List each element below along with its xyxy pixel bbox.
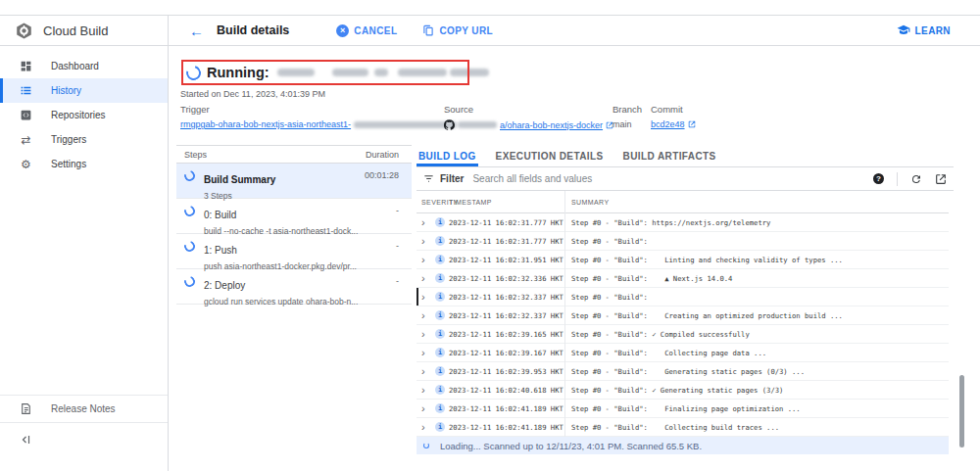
info-icon: i: [435, 422, 445, 432]
collapse-icon: [20, 434, 31, 446]
info-icon: i: [435, 273, 445, 283]
trigger-link[interactable]: rmgpgab-ohara-bob-nextjs-asia-northeast1…: [180, 119, 351, 129]
log-row[interactable]: › i 2023-12-11 16:02:41.189 HKT Step #0 …: [416, 400, 949, 418]
log-panel: BUILD LOGEXECUTION DETAILSBUILD ARTIFACT…: [416, 145, 975, 454]
sidebar-item-dashboard[interactable]: Dashboard: [0, 54, 168, 78]
cloud-build-logo-icon: [15, 22, 33, 40]
sidebar: Dashboard History Repositories ⇄ Trigger…: [0, 46, 169, 471]
log-tabs: BUILD LOGEXECUTION DETAILSBUILD ARTIFACT…: [416, 145, 954, 167]
tab-build-log[interactable]: BUILD LOG: [416, 145, 478, 166]
sidebar-item-repositories[interactable]: Repositories: [0, 103, 168, 127]
steps-header: Steps Duration: [176, 145, 412, 164]
log-row[interactable]: › i 2023-12-11 16:02:39.953 HKT Step #0 …: [416, 362, 949, 381]
log-row[interactable]: › i 2023-12-11 16:02:32.337 HKT Step #0 …: [416, 288, 949, 306]
info-icon: i: [435, 385, 445, 395]
step-row[interactable]: 1: Push push asia-northeast1-docker.pkg.…: [176, 234, 412, 269]
step-row[interactable]: 0: Build build --no-cache -t asia-northe…: [176, 199, 412, 234]
commit-link[interactable]: bcd2e48: [651, 119, 685, 129]
info-icon: i: [435, 348, 445, 357]
chevron-right-icon[interactable]: ›: [421, 383, 425, 397]
build-started-text: Started on Dec 11, 2023, 4:01:39 PM: [180, 89, 325, 99]
info-icon: i: [435, 329, 445, 339]
meta-trigger: Trigger rmgpgab-ohara-bob-nextjs-asia-no…: [180, 104, 457, 129]
product-logo-area: Cloud Build: [0, 16, 169, 45]
info-icon: i: [435, 255, 445, 264]
sidebar-nav: Dashboard History Repositories ⇄ Trigger…: [0, 46, 168, 176]
history-icon: [20, 84, 32, 97]
log-row[interactable]: › i 2023-12-11 16:02:32.336 HKT Step #0 …: [416, 269, 949, 288]
settings-icon: ⚙: [20, 158, 32, 170]
chevron-right-icon[interactable]: ›: [421, 327, 425, 341]
filter-label: Filter: [440, 173, 464, 184]
filter-search-input[interactable]: [472, 173, 708, 184]
learn-button[interactable]: LEARN: [897, 24, 951, 37]
app-header: Cloud Build ← Build details × CANCEL COP…: [0, 15, 980, 46]
chevron-right-icon[interactable]: ›: [421, 346, 425, 359]
triggers-icon: ⇄: [20, 133, 32, 146]
log-row[interactable]: › i 2023-12-11 16:02:31.777 HKT Step #0 …: [416, 232, 949, 251]
log-row[interactable]: › i 2023-12-11 16:02:39.165 HKT Step #0 …: [416, 325, 949, 344]
open-in-new-icon[interactable]: [935, 173, 947, 185]
copy-url-button[interactable]: COPY URL: [422, 24, 493, 36]
open-in-new-icon: [688, 120, 696, 128]
sidebar-item-triggers[interactable]: ⇄ Triggers: [0, 127, 168, 152]
refresh-icon[interactable]: [910, 173, 922, 185]
help-icon[interactable]: ?: [873, 173, 884, 184]
info-icon: i: [435, 292, 445, 302]
dashboard-icon: [20, 60, 32, 72]
redacted-source-owner: [458, 121, 497, 128]
collapse-nav-button[interactable]: [0, 423, 168, 449]
sidebar-item-history[interactable]: History: [0, 78, 168, 103]
tab-execution-details[interactable]: EXECUTION DETAILS: [494, 145, 606, 166]
chevron-right-icon[interactable]: ›: [421, 364, 425, 378]
back-arrow-icon[interactable]: ←: [189, 24, 204, 38]
focus-indicator: [416, 288, 418, 306]
log-row[interactable]: › i 2023-12-11 16:02:31.777 HKT Step #0 …: [416, 213, 949, 232]
cancel-button[interactable]: × CANCEL: [336, 24, 397, 37]
info-icon: i: [435, 217, 445, 227]
meta-branch: Branch main: [612, 104, 642, 129]
column-divider: [564, 191, 565, 437]
redacted-trigger-suffix: [354, 121, 457, 128]
step-row[interactable]: 2: Deploy gcloud run services update oha…: [176, 269, 412, 305]
cancel-x-icon: ×: [336, 24, 349, 37]
build-status-text: Running:: [207, 65, 270, 80]
divider: [897, 172, 898, 186]
info-icon: i: [435, 310, 445, 320]
step-row[interactable]: Build Summary 3 Steps 00:01:28: [176, 164, 412, 199]
sidebar-item-settings[interactable]: ⚙ Settings: [0, 152, 168, 176]
log-filter-bar: Filter ?: [416, 167, 954, 191]
chevron-right-icon[interactable]: ›: [421, 271, 425, 285]
log-scrollbar-thumb[interactable]: [959, 375, 964, 447]
redacted-build-id: [277, 69, 315, 76]
chevron-right-icon[interactable]: ›: [421, 253, 425, 266]
log-row[interactable]: › i 2023-12-11 16:02:40.618 HKT Step #0 …: [416, 381, 949, 400]
chevron-right-icon[interactable]: ›: [421, 215, 425, 229]
chevron-right-icon[interactable]: ›: [421, 401, 425, 415]
log-column-headers: SEVERITY TIMESTAMP SUMMARY: [416, 191, 949, 213]
running-spinner-icon: [183, 63, 203, 82]
info-icon: i: [435, 236, 445, 246]
redacted-build-id: [332, 69, 368, 76]
chevron-right-icon[interactable]: ›: [421, 234, 425, 248]
page-title: Build details: [217, 24, 289, 37]
chevron-right-icon[interactable]: ›: [421, 290, 425, 304]
sidebar-bottom: Release Notes: [0, 395, 168, 449]
info-icon: i: [435, 403, 445, 413]
page-head: ← Build details × CANCEL COPY URL LEARN: [169, 16, 980, 45]
loading-spinner-icon: [423, 443, 429, 448]
log-row[interactable]: › i 2023-12-11 16:02:39.167 HKT Step #0 …: [416, 344, 949, 362]
info-icon: i: [435, 366, 445, 376]
chevron-right-icon[interactable]: ›: [421, 308, 425, 322]
source-link[interactable]: a/ohara-bob-nextjs-docker: [500, 120, 603, 130]
sidebar-item-release-notes[interactable]: Release Notes: [0, 395, 168, 423]
tab-build-artifacts[interactable]: BUILD ARTIFACTS: [621, 145, 718, 166]
step-spinner-icon: [182, 204, 197, 218]
chevron-right-icon[interactable]: ›: [421, 420, 425, 434]
log-row[interactable]: › i 2023-12-11 16:02:31.951 HKT Step #0 …: [416, 251, 949, 269]
redacted-build-id: [450, 69, 489, 76]
redacted-build-id: [398, 69, 447, 76]
log-row[interactable]: › i 2023-12-11 16:02:32.337 HKT Step #0 …: [416, 306, 949, 325]
log-row[interactable]: › i 2023-12-11 16:02:41.189 HKT Step #0 …: [416, 418, 949, 437]
release-notes-icon: [20, 402, 32, 415]
